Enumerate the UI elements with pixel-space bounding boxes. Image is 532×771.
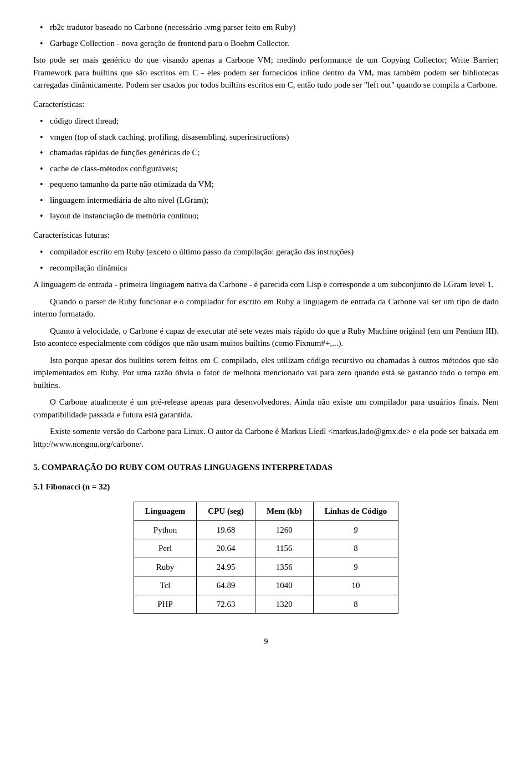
- table-body: Python19.6812609Perl20.6411568Ruby24.951…: [134, 520, 398, 614]
- paragraph-4: Quanto à velocidade, o Carbone é capaz d…: [33, 325, 499, 350]
- paragraph-1: Isto pode ser mais genérico do que visan…: [33, 54, 499, 91]
- table-header: LinguagemCPU (seg)Mem (kb)Linhas de Códi…: [134, 502, 398, 521]
- table-cell-3-2: 1040: [255, 576, 313, 595]
- table-cell-3-1: 64.89: [197, 576, 255, 595]
- table-cell-0-0: Python: [134, 520, 197, 539]
- list-item: linguagem intermediária de alto nível (L…: [33, 194, 499, 207]
- list-item: cache de class-métodos configuráveis;: [33, 162, 499, 175]
- table-header-cell-3: Linhas de Código: [313, 502, 398, 521]
- paragraph-7: Existe somente versão do Carbone para Li…: [33, 425, 499, 450]
- carac-fut-bullet-1: recompilação dinâmica: [50, 263, 127, 272]
- table-cell-0-1: 19.68: [197, 520, 255, 539]
- carac-bullet-5: linguagem intermediária de alto nível (L…: [50, 196, 208, 205]
- table-header-cell-1: CPU (seg): [197, 502, 255, 521]
- top-bullet-list: rb2c tradutor baseado no Carbone (necess…: [33, 21, 499, 49]
- subsection51-heading: 5.1 Fibonacci (n = 32): [33, 481, 499, 493]
- carac-fut-bullet-0: compilador escrito em Ruby (exceto o últ…: [50, 247, 354, 256]
- table-cell-2-0: Ruby: [134, 558, 197, 576]
- table-cell-4-0: PHP: [134, 595, 197, 614]
- carac-bullet-1: vmgen (top of stack caching, profiling, …: [50, 132, 289, 141]
- table-cell-0-3: 9: [313, 520, 398, 539]
- table-cell-2-1: 24.95: [197, 558, 255, 576]
- list-item: compilador escrito em Ruby (exceto o últ…: [33, 246, 499, 258]
- paragraph-5: Isto porque apesar dos builtins serem fe…: [33, 354, 499, 392]
- table-header-row: LinguagemCPU (seg)Mem (kb)Linhas de Códi…: [134, 502, 398, 521]
- list-item: pequeno tamanho da parte não otimizada d…: [33, 178, 499, 191]
- table-cell-1-2: 1156: [255, 539, 313, 558]
- carac-bullet-2: chamadas rápidas de funções genéricas de…: [50, 148, 200, 157]
- list-item: rb2c tradutor baseado no Carbone (necess…: [33, 21, 499, 34]
- table-cell-2-3: 9: [313, 558, 398, 576]
- caracteristicas-futuras-list: compilador escrito em Ruby (exceto o últ…: [33, 246, 499, 274]
- paragraph-6: O Carbone atualmente é um pré-release ap…: [33, 396, 499, 421]
- table-cell-1-3: 8: [313, 539, 398, 558]
- section5-heading: 5. COMPARAÇÃO DO RUBY COM OUTRAS LINGUAG…: [33, 461, 499, 474]
- list-item: código direct thread;: [33, 115, 499, 127]
- table-cell-4-1: 72.63: [197, 595, 255, 614]
- table-row: PHP72.6313208: [134, 595, 398, 614]
- list-item: vmgen (top of stack caching, profiling, …: [33, 131, 499, 144]
- table-cell-3-0: Tcl: [134, 576, 197, 595]
- paragraph-2: A linguagem de entrada - primeira lingua…: [33, 278, 499, 291]
- table-row: Ruby24.9513569: [134, 558, 398, 576]
- carac-bullet-4: pequeno tamanho da parte não otimizada d…: [50, 180, 214, 188]
- list-item: chamadas rápidas de funções genéricas de…: [33, 146, 499, 159]
- table-header-cell-2: Mem (kb): [255, 502, 313, 521]
- table-row: Tcl64.89104010: [134, 576, 398, 595]
- table-cell-1-1: 20.64: [197, 539, 255, 558]
- table-cell-4-2: 1320: [255, 595, 313, 614]
- bullet-text-1: rb2c tradutor baseado no Carbone (necess…: [50, 23, 296, 32]
- carac-bullet-0: código direct thread;: [50, 116, 119, 125]
- table-cell-4-3: 8: [313, 595, 398, 614]
- table-cell-1-0: Perl: [134, 539, 197, 558]
- list-item: recompilação dinâmica: [33, 262, 499, 274]
- list-item: Garbage Collection - nova geração de fro…: [33, 37, 499, 50]
- caracteristicas-list: código direct thread;vmgen (top of stack…: [33, 115, 499, 222]
- table-cell-0-2: 1260: [255, 520, 313, 539]
- bullet-text-2: Garbage Collection - nova geração de fro…: [50, 39, 289, 48]
- caracteristicas-futuras-label: Características futuras:: [33, 229, 499, 242]
- table-header-cell-0: Linguagem: [134, 502, 197, 521]
- paragraph-3: Quando o parser de Ruby funcionar e o co…: [33, 295, 499, 320]
- carac-bullet-3: cache de class-métodos configuráveis;: [50, 164, 177, 173]
- list-item: layout de instanciação de memória contín…: [33, 210, 499, 222]
- table-row: Perl20.6411568: [134, 539, 398, 558]
- page-number: 9: [33, 636, 499, 647]
- caracteristicas-label: Características:: [33, 98, 499, 111]
- carac-bullet-6: layout de instanciação de memória contín…: [50, 211, 199, 220]
- fibonacci-table: LinguagemCPU (seg)Mem (kb)Linhas de Códi…: [134, 502, 398, 614]
- table-row: Python19.6812609: [134, 520, 398, 539]
- table-cell-3-3: 10: [313, 576, 398, 595]
- table-cell-2-2: 1356: [255, 558, 313, 576]
